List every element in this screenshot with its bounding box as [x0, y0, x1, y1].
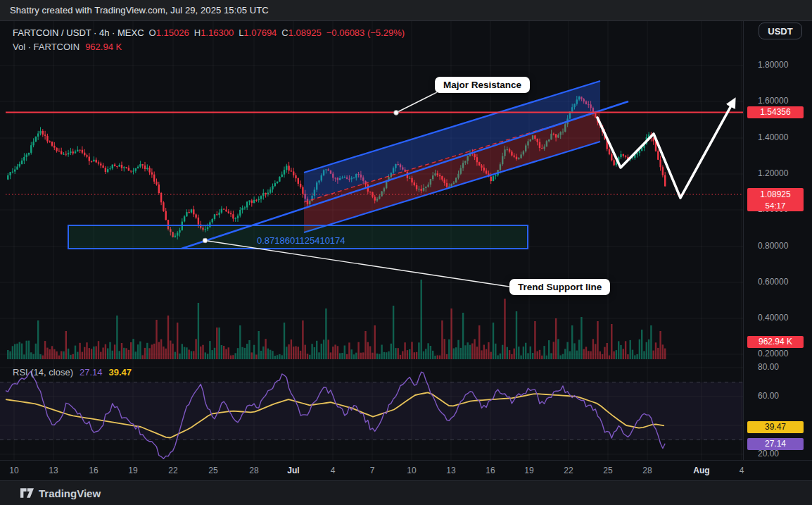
time-tick-label: 7	[357, 466, 388, 475]
legend-row-volume: Vol · FARTCOIN 962.94 K	[13, 39, 405, 54]
symbol-title[interactable]: FARTCOIN / USDT · 4h · MEXC	[13, 27, 144, 38]
change-value: −0.06083 (−5.29%)	[326, 27, 405, 38]
major-resistance-callout[interactable]: Major Resistance	[435, 77, 530, 93]
price-axis[interactable]: 1.54356 1.08925 54:17 962.94 K 39.47 27.…	[743, 21, 812, 460]
time-tick-label: 16	[78, 466, 109, 475]
trend-support-callout[interactable]: Trend Support line	[509, 279, 610, 295]
price-tick-label: 1.60000	[758, 96, 788, 106]
time-tick-label: 16	[475, 466, 506, 475]
high-value: 1.16300	[201, 27, 234, 38]
resistance-price-label: 1.54356	[747, 106, 804, 118]
price-tick-label: 80.00	[758, 362, 779, 372]
time-axis[interactable]: 10131619222528Jul4710131619222528Aug4	[0, 460, 812, 480]
time-tick-label: 25	[592, 466, 623, 475]
bar-countdown: 54:17	[747, 200, 804, 211]
price-tick-label: 1.40000	[758, 132, 788, 142]
open-value: 1.15026	[156, 27, 189, 38]
time-tick-label: 22	[158, 466, 189, 475]
chart-canvas[interactable]	[0, 0, 812, 505]
rsi-current-value: 27.14	[80, 367, 103, 378]
close-value: 1.08925	[288, 27, 322, 38]
symbol-legend: FARTCOIN / USDT · 4h · MEXC O1.15026 H1.…	[13, 25, 405, 54]
price-tick-label: 0.20000	[758, 349, 788, 359]
time-tick-label: Aug	[686, 466, 717, 475]
low-label: L	[239, 27, 243, 38]
price-tick-label: 20.00	[758, 449, 779, 459]
time-tick-label: 13	[38, 466, 69, 475]
rsi-legend: RSI (14, close) 27.14 39.47	[13, 367, 132, 378]
attribution-text: Shattry created with TradingView.com, Ju…	[10, 5, 269, 15]
tradingview-logo-icon[interactable]	[20, 488, 34, 498]
open-label: O	[149, 27, 156, 38]
time-tick-label: 28	[239, 466, 269, 475]
currency-toggle-button[interactable]: USDT	[759, 23, 802, 39]
time-tick-label: 25	[198, 466, 229, 475]
price-tick-label: 1.20000	[758, 168, 788, 178]
price-tick-label: 1.80000	[758, 60, 788, 70]
time-tick-label: 10	[0, 466, 30, 475]
support-rect-price-label: 0.8718601125410174	[257, 235, 345, 246]
attribution-bar: Shattry created with TradingView.com, Ju…	[0, 0, 812, 21]
legend-row-ohlc: FARTCOIN / USDT · 4h · MEXC O1.15026 H1.…	[13, 25, 405, 39]
time-tick-label: 10	[396, 466, 427, 475]
time-tick-label: 19	[118, 466, 148, 475]
last-price-label: 1.08925 54:17	[747, 188, 804, 211]
last-price-value: 1.08925	[747, 189, 804, 200]
time-tick-label: 28	[632, 466, 663, 475]
time-tick-label: 22	[553, 466, 584, 475]
time-tick-label: 4	[726, 466, 757, 475]
tradingview-chart-window: Shattry created with TradingView.com, Ju…	[0, 0, 812, 505]
tradingview-brand-text[interactable]: TradingView	[39, 487, 101, 499]
time-tick-label: 19	[514, 466, 545, 475]
price-tick-label: 0.80000	[758, 241, 788, 251]
close-label: C	[281, 27, 288, 38]
rsi-ma-value: 39.47	[109, 367, 132, 378]
time-tick-label: 4	[317, 466, 348, 475]
footer-bar: TradingView	[0, 480, 812, 505]
low-value: 1.07694	[243, 27, 277, 38]
price-tick-label: 60.00	[758, 391, 779, 401]
rsi-title[interactable]: RSI (14, close)	[13, 367, 73, 378]
volume-axis-label: 962.94 K	[747, 336, 804, 348]
volume-label[interactable]: Vol · FARTCOIN	[13, 42, 80, 52]
time-tick-label: Jul	[278, 466, 309, 475]
high-label: H	[194, 27, 201, 38]
price-tick-label: 0.60000	[758, 277, 788, 287]
time-tick-label: 13	[436, 466, 467, 475]
price-tick-label: 0.40000	[758, 313, 788, 323]
volume-value: 962.94 K	[85, 42, 122, 52]
rsi-axis-label: 27.14	[747, 438, 804, 450]
rsi-ma-axis-label: 39.47	[747, 421, 804, 433]
